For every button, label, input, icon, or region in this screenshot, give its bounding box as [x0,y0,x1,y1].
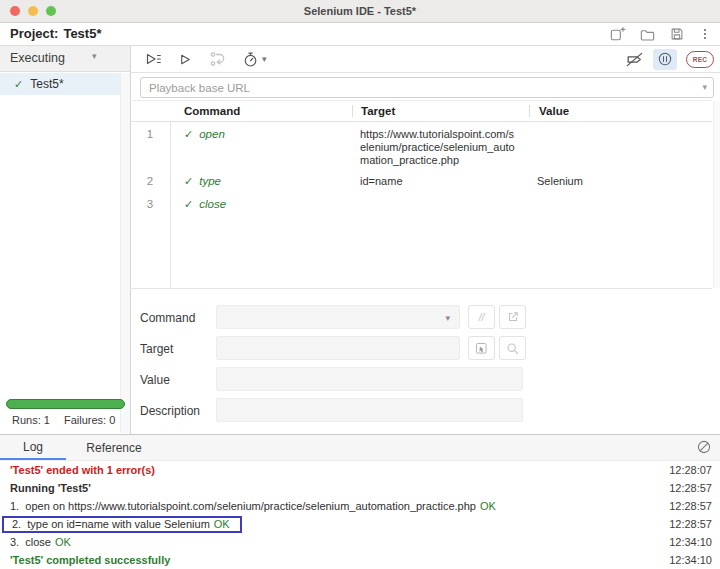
clear-log-icon[interactable] [696,439,712,455]
value-cell: Selenium [528,169,712,192]
stopwatch-icon [242,51,259,68]
log-selection-box: 2. type on id=name with value Selenium O… [2,516,242,533]
minimize-window-button[interactable] [28,6,38,16]
log-text: 'Test5' ended with 1 error(s) [10,464,155,476]
value-field [216,367,523,391]
test-speed-control[interactable]: ▾ [242,51,267,68]
chevron-down-icon: ▾ [262,55,267,64]
window-title: Selenium IDE - Test5* [0,0,720,22]
row-number: 2 [130,169,170,192]
tab-reference[interactable]: Reference [78,435,150,460]
playback-url-wrap: ▾ [140,77,714,98]
tab-log[interactable]: Log [0,435,66,460]
log-entry: 'Test5' ended with 1 error(s) 12:28:07 [0,461,720,479]
test-list-filter-label: Executing [10,51,65,65]
table-row[interactable]: 3 ✓close [130,192,712,215]
log-entry: 3. close OK 12:34:10 [0,533,720,551]
description-field [216,398,523,422]
target-field [216,336,460,360]
description-input[interactable] [217,399,522,421]
log-entries: 'Test5' ended with 1 error(s) 12:28:07 R… [0,461,720,569]
command-select[interactable]: ▾ [216,305,460,329]
log-entry: 1. open on https://www.tutorialspoint.co… [0,497,720,515]
open-editor-button[interactable] [499,305,526,329]
value-field-label: Value [140,373,170,387]
chevron-down-icon: ▾ [92,51,97,61]
command-table-header: Command Target Value [130,100,712,122]
log-timestamp: 12:28:57 [669,518,712,530]
run-current-test-icon[interactable] [177,51,194,68]
chevron-down-icon[interactable]: ▾ [702,82,707,92]
find-target-button[interactable] [499,336,526,360]
log-panel: Log Reference 'Test5' ended with 1 error… [0,434,720,569]
menu-icon[interactable] [698,26,712,42]
playback-base-url-input[interactable] [140,77,714,98]
test-list-filter[interactable]: Executing ▾ [0,46,130,72]
comment-toggle-button[interactable]: // [468,305,495,329]
command-table-body: 1 ✓open https://www.tutorialspoint.com/s… [130,122,712,288]
column-header-command[interactable]: Command [130,105,352,117]
toolbar-divider [130,72,720,73]
target-cell [352,192,528,215]
target-cell: https://www.tutorialspoint.com/selenium/… [352,122,528,169]
target-field-label: Target [140,342,173,356]
new-project-icon[interactable] [609,26,626,43]
value-cell [528,192,712,215]
column-header-target[interactable]: Target [353,105,529,117]
titlebar: Selenium IDE - Test5* [0,0,720,23]
external-window-icon [506,310,520,324]
command-field-label: Command [140,311,195,325]
run-stats: Runs: 1 Failures: 0 [12,414,115,426]
log-timestamp: 12:28:57 [669,482,712,494]
sidebar-scrollbar[interactable] [120,73,130,433]
log-ok-badge: OK [214,518,230,530]
pause-on-exceptions-button[interactable] [653,49,677,70]
target-cell: id=name [352,169,528,192]
check-icon: ✓ [14,78,23,91]
selenium-ide-window: Selenium IDE - Test5* Project:Test5* Exe… [0,0,720,569]
log-entry-selected[interactable]: 2. type on id=name with value Selenium O… [0,515,720,533]
disable-breakpoints-icon[interactable] [625,50,644,69]
target-input[interactable] [217,337,459,359]
traffic-lights [10,6,56,16]
pause-circle-icon [657,51,673,67]
open-project-icon[interactable] [639,26,656,43]
log-ok-badge: OK [480,500,496,512]
record-button[interactable]: REC [686,51,714,68]
table-form-divider [130,288,712,289]
log-entry: 'Test5' completed successfully 12:34:10 [0,551,720,569]
zoom-window-button[interactable] [46,6,56,16]
project-bar: Project:Test5* [0,23,720,46]
run-all-tests-icon[interactable] [144,50,162,68]
sidebar-item-test5[interactable]: ✓ Test5* [0,73,121,95]
command-cell: type [199,175,221,187]
run-progress-bar [6,399,125,409]
value-cell [528,122,712,169]
step-over-icon [209,50,227,68]
check-icon: ✓ [184,128,193,140]
log-tabbar: Log Reference [0,435,720,461]
table-row[interactable]: 1 ✓open https://www.tutorialspoint.com/s… [130,122,712,169]
log-timestamp: 12:28:57 [669,500,712,512]
check-icon: ✓ [184,175,193,187]
magnifier-icon [505,341,520,356]
table-scrollbar[interactable] [713,101,720,288]
select-target-button[interactable] [468,336,495,360]
row-number-divider [170,122,171,288]
project-label: Project: [10,26,58,41]
save-project-icon[interactable] [669,26,685,42]
log-text: 'Test5' completed successfully [10,554,170,566]
log-text: Running 'Test5' [10,482,91,494]
row-number: 3 [130,192,170,215]
failures-count: Failures: 0 [64,414,115,426]
table-row[interactable]: 2 ✓type id=name Selenium [130,169,712,192]
command-cell: close [199,198,226,210]
check-icon: ✓ [184,198,193,210]
value-input[interactable] [217,368,522,390]
log-ok-badge: OK [55,536,71,548]
column-header-value[interactable]: Value [530,105,712,117]
cursor-in-box-icon [474,341,489,356]
close-window-button[interactable] [10,6,20,16]
project-title: Project:Test5* [10,26,101,41]
log-text: 1. open on https://www.tutorialspoint.co… [10,500,476,512]
